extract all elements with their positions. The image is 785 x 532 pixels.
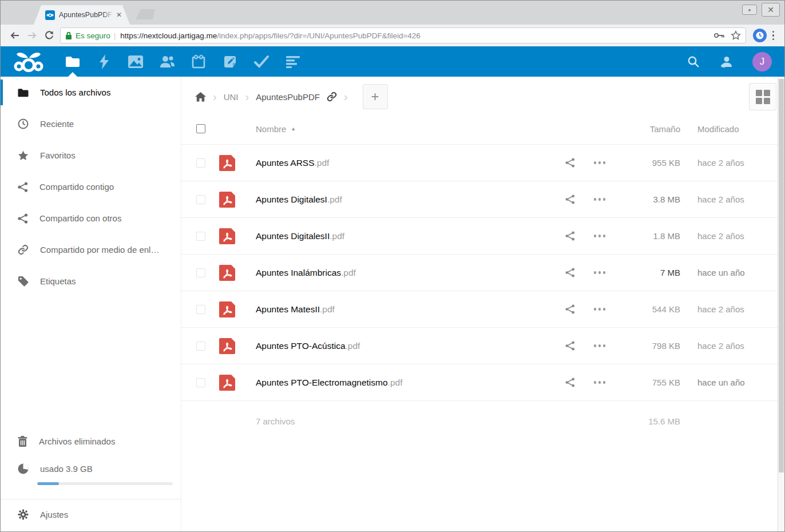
row-share-icon[interactable] — [557, 268, 583, 277]
nextcloud-header: J — [1, 46, 784, 77]
home-icon[interactable] — [195, 92, 206, 102]
scrollbar-thumb[interactable] — [779, 79, 784, 473]
row-checkbox[interactable] — [196, 378, 205, 387]
app-contacts[interactable] — [151, 46, 183, 77]
pdf-file-icon[interactable] — [218, 337, 236, 355]
app-calendar[interactable] — [183, 46, 214, 77]
url-bar[interactable]: Es seguro | https://nextcloud.jartigag.m… — [60, 27, 746, 43]
clock-extension-icon[interactable] — [753, 29, 767, 42]
menu-dots-icon[interactable] — [772, 31, 775, 41]
row-more-actions-icon[interactable] — [583, 271, 616, 274]
forward-icon[interactable] — [23, 27, 41, 44]
app-announcements[interactable] — [277, 46, 308, 77]
breadcrumb-bar: › UNI › ApuntesPubPDF › + — [181, 80, 784, 113]
table-row[interactable]: Apuntes ARSS.pdf 955 KB hace 2 años — [181, 144, 784, 181]
pdf-file-icon[interactable] — [218, 190, 236, 209]
file-name-cell[interactable]: Apuntes Inalámbricas.pdf — [247, 268, 557, 278]
table-row[interactable]: Apuntes DigitalesII.pdf 1.8 MB hace 2 añ… — [181, 217, 784, 254]
sidebar-item-all-files[interactable]: Todos los archivos — [1, 77, 181, 108]
file-name-cell[interactable]: Apuntes DigitalesI.pdf — [247, 194, 557, 205]
nextcloud-logo[interactable] — [11, 50, 47, 73]
row-more-actions-icon[interactable] — [583, 198, 616, 201]
row-checkbox[interactable] — [196, 305, 205, 314]
breadcrumb-item-current[interactable]: ApuntesPubPDF — [256, 92, 320, 102]
table-row[interactable]: Apuntes PTO-Acústica.pdf 798 KB hace 2 a… — [181, 327, 784, 364]
row-checkbox[interactable] — [196, 268, 205, 277]
row-more-actions-icon[interactable] — [583, 161, 616, 164]
file-extension: .pdf — [341, 268, 356, 277]
bookmark-star-icon[interactable] — [731, 30, 741, 41]
file-name-cell[interactable]: Apuntes DigitalesII.pdf — [247, 231, 557, 241]
row-share-icon[interactable] — [557, 158, 583, 168]
app-activity[interactable] — [88, 46, 120, 77]
contacts-menu-icon[interactable] — [719, 55, 733, 68]
row-more-actions-icon[interactable] — [583, 344, 616, 347]
file-name-cell[interactable]: Apuntes PTO-Electromagnetismo.pdf — [247, 378, 557, 388]
row-checkbox[interactable] — [196, 342, 205, 351]
sidebar-item-shared-with-you[interactable]: Compartido contigo — [1, 171, 181, 203]
avatar[interactable]: J — [752, 52, 772, 72]
window-close-icon[interactable]: ✕ — [762, 3, 780, 17]
scrollbar[interactable] — [778, 77, 784, 532]
row-more-actions-icon[interactable] — [583, 235, 616, 237]
app-notes[interactable] — [214, 46, 245, 77]
add-new-button[interactable]: + — [363, 84, 388, 109]
tasks-check-icon — [254, 55, 269, 68]
row-share-icon[interactable] — [557, 378, 583, 387]
new-tab-button[interactable] — [136, 9, 155, 19]
row-checkbox[interactable] — [196, 158, 205, 168]
row-share-icon[interactable] — [557, 194, 583, 204]
row-more-actions-icon[interactable] — [583, 381, 616, 384]
row-share-icon[interactable] — [557, 304, 583, 314]
pdf-file-icon[interactable] — [218, 154, 236, 172]
select-all-checkbox[interactable] — [196, 124, 205, 133]
row-checkbox[interactable] — [196, 195, 205, 204]
sidebar-item-deleted-files[interactable]: Archivos eliminados — [1, 426, 181, 457]
quota-bar-fill — [37, 482, 59, 485]
table-row[interactable]: Apuntes PTO-Electromagnetismo.pdf 755 KB… — [181, 364, 784, 400]
app-tasks[interactable] — [245, 46, 277, 77]
table-row[interactable]: Apuntes MatesII.pdf 544 KB hace 2 años — [181, 291, 784, 327]
refresh-icon[interactable] — [41, 27, 58, 44]
row-share-icon[interactable] — [557, 341, 583, 351]
grid-view-toggle[interactable] — [749, 83, 776, 110]
nextcloud-favicon — [45, 10, 55, 20]
sidebar-item-recent[interactable]: Reciente — [1, 108, 181, 140]
sidebar-item-shared-by-link[interactable]: Compartido por medio de enl… — [1, 234, 181, 265]
browser-tab[interactable]: ApuntesPubPDF - Arch ✕ — [34, 5, 130, 25]
pdf-file-icon[interactable] — [218, 227, 236, 245]
back-icon[interactable] — [6, 27, 23, 44]
window-minimize-icon[interactable]: ● — [742, 5, 757, 15]
secure-label: Es seguro — [76, 31, 110, 40]
file-name-cell[interactable]: Apuntes PTO-Acústica.pdf — [247, 341, 557, 351]
sidebar-item-favorites[interactable]: Favoritos — [1, 140, 181, 171]
sidebar-item-settings[interactable]: Ajustes — [1, 499, 181, 529]
column-header-modified[interactable]: Modificado — [680, 124, 778, 134]
file-extension: .pdf — [320, 304, 335, 314]
sidebar-item-tags[interactable]: Etiquetas — [1, 265, 181, 297]
table-row[interactable]: Apuntes DigitalesI.pdf 3.8 MB hace 2 año… — [181, 181, 784, 217]
row-more-actions-icon[interactable] — [583, 308, 616, 311]
file-name: Apuntes PTO-Acústica — [256, 341, 346, 351]
sidebar-item-shared-with-others[interactable]: Compartido con otros — [1, 203, 181, 234]
search-icon[interactable] — [687, 55, 700, 68]
pdf-file-icon[interactable] — [218, 300, 236, 319]
table-row[interactable]: Apuntes Inalámbricas.pdf 7 MB hace un añ… — [181, 254, 784, 291]
breadcrumb-item-uni[interactable]: UNI — [224, 92, 239, 102]
key-icon[interactable] — [713, 32, 725, 39]
column-header-name[interactable]: Nombre ▲ — [247, 124, 557, 134]
file-modified: hace 2 años — [680, 304, 778, 314]
file-name-cell[interactable]: Apuntes MatesII.pdf — [247, 304, 557, 315]
file-size: 1.8 MB — [616, 231, 680, 241]
app-files[interactable] — [57, 46, 88, 77]
column-header-size[interactable]: Tamaño — [616, 124, 680, 134]
file-modified: hace 2 años — [680, 158, 778, 168]
row-share-icon[interactable] — [557, 231, 583, 241]
app-gallery[interactable] — [120, 46, 151, 77]
file-name-cell[interactable]: Apuntes ARSS.pdf — [247, 158, 557, 168]
pdf-file-icon[interactable] — [218, 264, 236, 282]
shared-link-icon[interactable] — [327, 92, 337, 102]
tab-close-icon[interactable]: ✕ — [116, 11, 122, 19]
pdf-file-icon[interactable] — [218, 374, 236, 392]
row-checkbox[interactable] — [196, 232, 205, 241]
